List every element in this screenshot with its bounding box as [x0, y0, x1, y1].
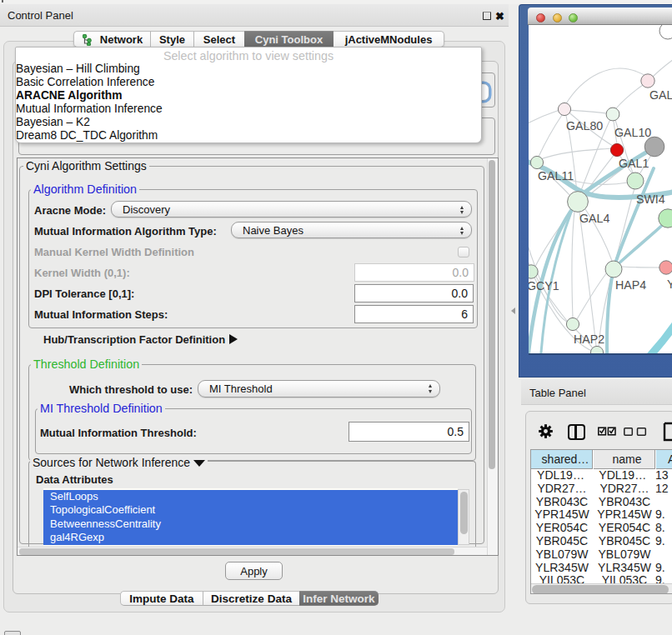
- svg-text:SWI4: SWI4: [636, 192, 665, 206]
- svg-text:Y: Y: [667, 278, 672, 291]
- svg-text:HAP4: HAP4: [615, 278, 646, 292]
- svg-text:GAL11: GAL11: [538, 169, 574, 182]
- svg-text:GAL10: GAL10: [614, 126, 651, 139]
- svg-text:GCY1: GCY1: [529, 279, 559, 292]
- svg-text:HAP2: HAP2: [574, 332, 604, 346]
- svg-text:GAL1: GAL1: [619, 157, 649, 170]
- svg-text:GAL4: GAL4: [579, 212, 609, 225]
- svg-text:GAL: GAL: [649, 88, 672, 102]
- svg-text:GAL80: GAL80: [566, 119, 603, 132]
